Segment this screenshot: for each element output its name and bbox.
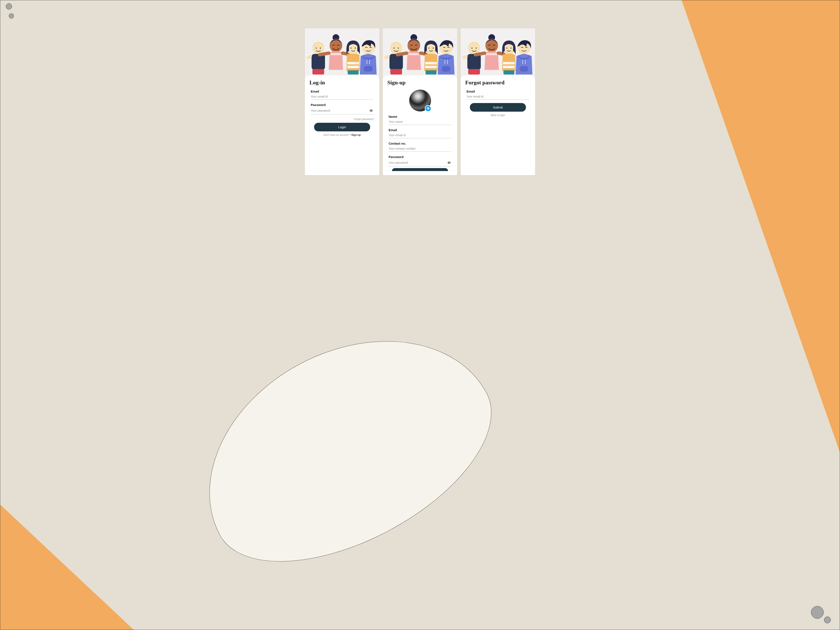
signup-prompt: Don't have an account ? Sign-up xyxy=(309,134,375,136)
signup-contact-input[interactable] xyxy=(388,147,452,150)
submit-button[interactable]: Submit xyxy=(470,103,526,112)
login-hero-illustration xyxy=(305,28,379,79)
eye-icon[interactable] xyxy=(369,108,374,113)
signup-name-input[interactable] xyxy=(388,120,452,123)
login-title: Log-in xyxy=(309,80,375,86)
signup-button[interactable] xyxy=(392,168,448,171)
login-password-input[interactable] xyxy=(311,109,369,112)
forgot-title: Forgot password xyxy=(465,80,531,86)
signup-contact-label: Contact no. xyxy=(388,142,452,145)
forgot-card: Forgot password Email Submit Back to log… xyxy=(461,28,535,175)
signup-prompt-text: Don't have an account ? xyxy=(324,134,351,136)
signup-card: Sign-up Name Email Contact xyxy=(383,28,457,175)
signup-name-label: Name xyxy=(388,115,452,118)
forgot-password-link[interactable]: Forget password? xyxy=(309,118,375,121)
camera-icon[interactable] xyxy=(425,105,431,112)
forgot-hero-illustration xyxy=(461,28,535,79)
login-card: Log-in Email Password Forget password? L… xyxy=(305,28,379,175)
signup-password-input[interactable] xyxy=(388,161,447,164)
signup-hero-illustration xyxy=(383,28,457,79)
eye-icon[interactable] xyxy=(447,160,452,165)
login-email-input[interactable] xyxy=(311,95,374,98)
avatar-upload[interactable] xyxy=(409,90,431,112)
login-button[interactable]: Login xyxy=(314,123,370,131)
forgot-email-label: Email xyxy=(466,90,529,93)
forgot-email-input[interactable] xyxy=(466,95,529,98)
signup-title: Sign-up xyxy=(387,80,453,86)
back-to-login-link[interactable]: Back to login xyxy=(465,114,531,117)
login-email-label: Email xyxy=(311,90,374,93)
signup-password-label: Password xyxy=(388,155,452,159)
signup-link[interactable]: Sign-up xyxy=(351,134,361,136)
signup-email-input[interactable] xyxy=(388,134,452,137)
signup-email-label: Email xyxy=(388,128,452,132)
login-password-label: Password xyxy=(311,103,374,107)
